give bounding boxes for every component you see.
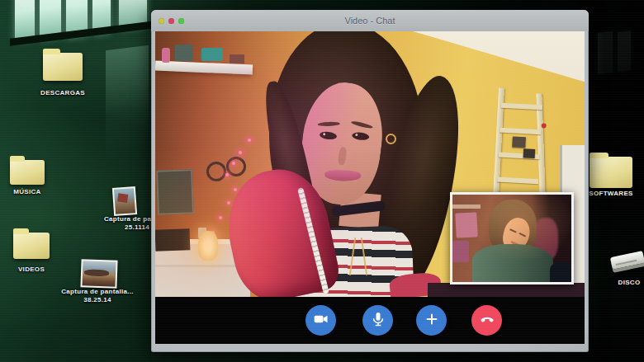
shelf-box — [175, 45, 193, 61]
man-hoodie — [472, 244, 553, 282]
screenshot-file-icon-2[interactable] — [80, 259, 117, 289]
pip-poster — [455, 212, 478, 237]
folder-icon-videos[interactable] — [13, 233, 50, 259]
microphone-button[interactable] — [362, 305, 393, 336]
call-control-bar — [155, 297, 585, 344]
camera-button[interactable] — [305, 305, 336, 336]
string-light — [248, 139, 251, 142]
plus-icon — [424, 311, 440, 331]
string-light — [227, 201, 230, 205]
laptop — [155, 228, 190, 251]
shelf-tin — [201, 48, 223, 61]
icon-label-videos[interactable]: VIDEOS — [0, 266, 69, 274]
icon-label-disco[interactable]: DISCO — [592, 279, 644, 287]
traffic-light-zoom[interactable] — [178, 18, 184, 24]
screenshot-thumbnail-2 — [82, 261, 116, 286]
bed — [428, 283, 585, 297]
wall-bike-decor-2 — [226, 157, 246, 176]
hangup-button[interactable] — [471, 305, 502, 336]
screenshot-file-icon-1[interactable] — [112, 186, 137, 216]
window-content — [155, 31, 585, 344]
traffic-light-minimize[interactable] — [159, 18, 164, 24]
video-chat-window: Video - Chat — [151, 10, 589, 352]
microphone-icon — [370, 311, 386, 331]
phone-hangup-icon — [479, 311, 495, 331]
file-name-line2: 38.25.14 — [52, 296, 143, 304]
pip-dark-corner — [550, 262, 571, 282]
string-light — [239, 151, 242, 154]
screenshot-thumbnail-1 — [114, 188, 135, 214]
shelf-books — [230, 54, 244, 63]
file-name-line: Captura de pantalla... — [52, 288, 143, 296]
local-video-pip[interactable] — [450, 192, 574, 284]
wall-poster — [156, 169, 194, 215]
folder-icon-musica[interactable] — [10, 160, 45, 185]
string-light — [225, 173, 229, 176]
earring — [386, 134, 396, 144]
traffic-light-close[interactable] — [168, 18, 174, 24]
add-participant-button[interactable] — [416, 305, 447, 336]
wallpaper-light-column — [106, 45, 149, 157]
video-camera-icon — [313, 311, 329, 331]
pip-poster-2 — [452, 241, 469, 262]
icon-label-descargas[interactable]: DESCARGAS — [26, 89, 100, 97]
icon-label-musica[interactable]: MÚSICA — [0, 188, 64, 196]
pip-shelf — [452, 205, 481, 209]
window-titlebar[interactable]: Video - Chat — [151, 10, 589, 31]
marquee-light — [198, 231, 218, 261]
wall-bike-decor — [206, 162, 226, 181]
screenshot-file-label-2[interactable]: Captura de pantalla... 38.25.14 — [52, 288, 143, 304]
window-title: Video - Chat — [151, 10, 589, 31]
string-light — [234, 188, 237, 191]
shelf-bottle — [162, 48, 170, 63]
folder-icon-softwares[interactable] — [590, 157, 632, 188]
string-light — [232, 162, 235, 165]
folder-icon-descargas[interactable] — [43, 53, 83, 81]
remote-video — [155, 31, 585, 297]
string-light — [219, 216, 222, 219]
